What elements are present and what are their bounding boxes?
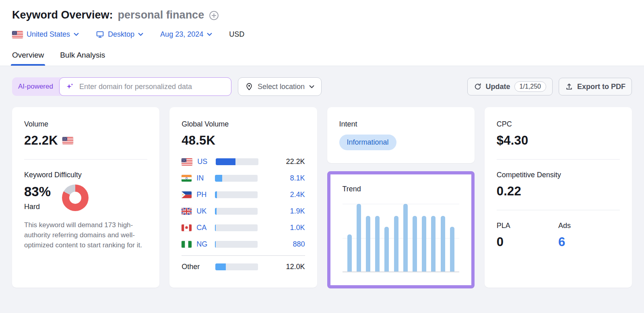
intent-label: Intent <box>339 120 462 129</box>
intent-badge[interactable]: Informational <box>339 135 396 150</box>
update-button[interactable]: Update 1/1,250 <box>467 78 553 95</box>
country-code-link[interactable]: IN <box>196 174 215 182</box>
country-filter[interactable]: United States <box>12 30 79 39</box>
global-volume-card: Global Volume 48.5K US22.2KIN8.1KPH2.4KU… <box>169 107 317 288</box>
country-code-link[interactable]: NG <box>196 240 215 249</box>
country-volume-value[interactable]: 8.1K <box>258 174 305 182</box>
cpc-value: $4.30 <box>497 133 528 148</box>
country-filter-label: United States <box>27 30 70 39</box>
ads-label: Ads <box>558 222 620 230</box>
flag-ca-icon <box>182 224 192 231</box>
domain-input-box[interactable] <box>59 77 231 96</box>
domain-input[interactable] <box>78 82 225 91</box>
trend-bar <box>403 204 408 272</box>
global-volume-row: UK1.9K <box>182 203 305 220</box>
card-divider <box>497 159 620 160</box>
country-volume-bar <box>215 208 258 215</box>
global-volume-row: PH2.4K <box>182 187 305 203</box>
country-code-link[interactable]: UK <box>196 207 215 216</box>
chevron-down-icon <box>207 33 212 36</box>
tabs-bar: Overview Bulk Analysis <box>12 51 632 66</box>
export-label: Export to PDF <box>577 83 625 91</box>
update-label: Update <box>486 83 510 91</box>
cpc-card: CPC $4.30 Competitive Density 0.22 PLA 0… <box>485 107 632 288</box>
tab-bulk-analysis[interactable]: Bulk Analysis <box>60 51 105 66</box>
location-pin-icon <box>245 83 253 91</box>
country-volume-bar <box>216 158 258 165</box>
ai-powered-badge: AI-powered <box>12 77 59 96</box>
country-volume-bar-fill <box>215 175 222 182</box>
pla-label: PLA <box>497 222 558 230</box>
country-code-link[interactable]: CA <box>196 224 215 232</box>
intent-card: Intent Informational <box>327 107 475 163</box>
volume-value: 22.2K <box>24 133 58 148</box>
country-volume-bar-fill <box>215 208 217 215</box>
trend-bar <box>441 216 445 272</box>
global-volume-value: 48.5K <box>182 133 215 148</box>
trend-bar <box>422 216 426 272</box>
trend-bar <box>394 216 398 272</box>
global-volume-row: CA1.0K <box>182 220 305 236</box>
global-volume-row: NG880 <box>182 236 305 253</box>
competitive-density-value: 0.22 <box>497 184 521 199</box>
trend-highlight-outline: Trend <box>327 171 475 288</box>
country-volume-bar-fill <box>215 224 216 231</box>
country-volume-bar-fill <box>215 241 216 248</box>
flag-ng-icon <box>182 241 192 248</box>
other-row-divider <box>182 255 305 256</box>
country-volume-value[interactable]: 1.9K <box>258 207 305 216</box>
keyword-overview-page: Keyword Overview: personal finance Unite… <box>0 0 644 313</box>
competitive-density-label: Competitive Density <box>497 171 620 179</box>
country-volume-value[interactable]: 1.0K <box>258 224 305 232</box>
global-volume-rows: US22.2KIN8.1KPH2.4KUK1.9KCA1.0KNG880 <box>182 153 305 253</box>
ads-value[interactable]: 6 <box>558 235 565 249</box>
keyword-difficulty-description: This keyword will demand 173 high-author… <box>24 220 147 250</box>
country-volume-bar-fill <box>215 191 217 198</box>
country-code-link[interactable]: PH <box>196 191 215 199</box>
tab-overview[interactable]: Overview <box>12 51 44 66</box>
pla-value: 0 <box>497 235 504 249</box>
flag-in-icon <box>182 175 192 182</box>
trend-label: Trend <box>343 185 459 193</box>
other-label: Other <box>182 263 215 271</box>
trend-bar <box>366 216 370 272</box>
chevron-down-icon <box>138 33 143 36</box>
device-filter-label: Desktop <box>108 30 134 39</box>
trend-bar <box>384 227 389 272</box>
country-code-link[interactable]: US <box>197 158 216 166</box>
page-title: Keyword Overview: <box>12 9 113 21</box>
trend-axis-baseline <box>343 272 459 272</box>
flag-us-icon <box>12 31 23 38</box>
keyword-difficulty-value: 83% <box>24 184 51 199</box>
device-filter[interactable]: Desktop <box>96 30 143 39</box>
trend-card: Trend <box>330 174 471 285</box>
other-volume-value: 12.0K <box>258 263 305 271</box>
difficulty-donut-chart <box>62 184 89 211</box>
trend-bar <box>347 234 352 272</box>
export-pdf-button[interactable]: Export to PDF <box>559 78 632 95</box>
update-counter-badge: 1/1,250 <box>514 81 546 92</box>
select-location-button[interactable]: Select location <box>238 77 322 96</box>
global-volume-label: Global Volume <box>182 120 305 129</box>
flag-gb-icon <box>182 208 192 215</box>
page-header: Keyword Overview: personal finance Unite… <box>0 0 644 66</box>
export-icon <box>565 83 573 91</box>
country-volume-value[interactable]: 2.4K <box>258 191 305 199</box>
volume-difficulty-card: Volume 22.2K Keyword Difficulty 83% Hard… <box>12 107 159 288</box>
trend-bar-chart <box>343 204 459 272</box>
volume-label: Volume <box>24 120 147 129</box>
filters-bar: United States Desktop Aug 23, 2024 USD <box>12 30 632 39</box>
select-location-label: Select location <box>258 83 305 91</box>
add-keyword-icon[interactable] <box>209 10 219 21</box>
global-volume-other-row: Other 12.0K <box>182 259 305 275</box>
other-volume-bar <box>215 263 258 270</box>
chevron-down-icon <box>309 85 314 89</box>
ai-domain-group: AI-powered <box>12 77 231 96</box>
country-volume-value[interactable]: 880 <box>258 240 305 249</box>
country-volume-bar <box>215 241 258 248</box>
sparkle-icon <box>66 82 74 91</box>
date-filter[interactable]: Aug 23, 2024 <box>160 30 212 39</box>
trend-bar <box>413 216 417 272</box>
card-divider <box>24 159 147 160</box>
card-divider <box>497 210 620 210</box>
